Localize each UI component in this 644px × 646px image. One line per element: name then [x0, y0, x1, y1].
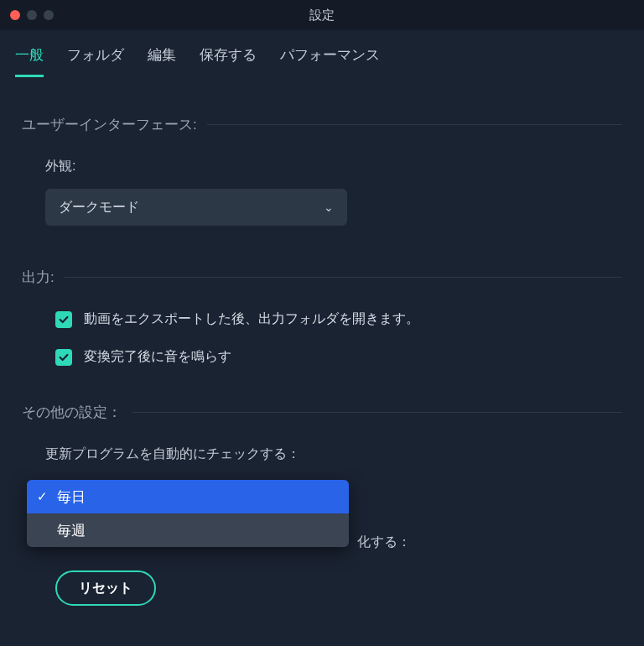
appearance-label: 外観: — [45, 158, 622, 175]
play-sound-row: 変換完了後に音を鳴らす — [55, 348, 622, 366]
obscured-text: 化する： — [357, 534, 411, 551]
close-window-button[interactable] — [10, 10, 20, 20]
check-icon — [58, 352, 70, 363]
chevron-down-icon: ⌄ — [324, 201, 334, 214]
maximize-window-button[interactable] — [44, 10, 54, 20]
window-title: 設定 — [309, 8, 335, 23]
update-frequency-dropdown: ✓ 毎日 毎週 — [27, 480, 349, 547]
section-other-label: その他の設定： — [22, 403, 122, 422]
section-output-label: 出力: — [22, 268, 55, 287]
tab-general[interactable]: 一般 — [15, 45, 44, 77]
dropdown-option-label: 毎週 — [57, 521, 86, 540]
tab-save[interactable]: 保存する — [200, 45, 257, 77]
section-other-header: その他の設定： — [22, 403, 622, 422]
section-ui-header: ユーザーインターフェース: — [22, 115, 622, 134]
reset-button[interactable]: リセット — [55, 570, 156, 606]
divider — [132, 412, 622, 413]
titlebar: 設定 — [0, 0, 644, 30]
open-folder-checkbox[interactable] — [55, 311, 72, 328]
minimize-window-button[interactable] — [27, 10, 37, 20]
divider — [65, 277, 622, 278]
tab-folder[interactable]: フォルダ — [67, 45, 124, 77]
auto-update-group: 更新プログラムを自動的にチェックする： — [45, 445, 622, 463]
appearance-value: ダークモード — [59, 199, 139, 216]
play-sound-label: 変換完了後に音を鳴らす — [84, 348, 231, 366]
auto-update-label: 更新プログラムを自動的にチェックする： — [45, 445, 622, 463]
tabs: 一般 フォルダ 編集 保存する パフォーマンス — [0, 30, 644, 78]
dropdown-option-weekly[interactable]: 毎週 — [27, 513, 349, 547]
content: ユーザーインターフェース: 外観: ダークモード ⌄ 出力: 動画をエクスポート… — [0, 78, 644, 623]
update-dropdown-container: ✓ 毎日 毎週 化する： リセット — [27, 480, 622, 606]
tab-edit[interactable]: 編集 — [148, 45, 176, 77]
tab-performance[interactable]: パフォーマンス — [280, 45, 380, 77]
appearance-select[interactable]: ダークモード ⌄ — [45, 189, 347, 226]
divider — [207, 124, 622, 125]
check-icon — [58, 314, 70, 326]
open-folder-label: 動画をエクスポートした後、出力フォルダを開きます。 — [84, 310, 419, 328]
traffic-lights — [10, 10, 54, 20]
dropdown-option-label: 毎日 — [57, 487, 86, 507]
check-icon: ✓ — [37, 489, 50, 504]
open-folder-row: 動画をエクスポートした後、出力フォルダを開きます。 — [55, 310, 622, 328]
section-ui-label: ユーザーインターフェース: — [22, 115, 197, 134]
section-output-header: 出力: — [22, 268, 622, 287]
dropdown-option-daily[interactable]: ✓ 毎日 — [27, 480, 349, 513]
appearance-group: 外観: ダークモード ⌄ — [45, 158, 622, 226]
play-sound-checkbox[interactable] — [55, 349, 72, 366]
